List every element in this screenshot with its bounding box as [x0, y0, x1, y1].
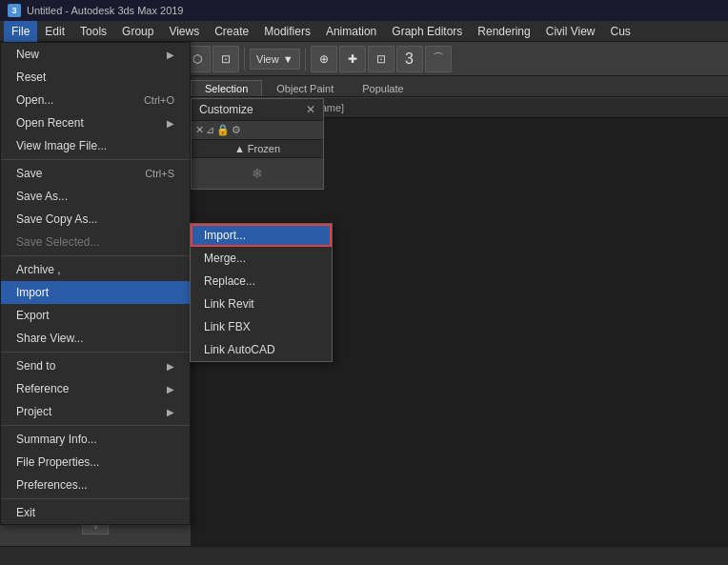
- customize-close-btn[interactable]: ✕: [195, 124, 204, 136]
- import-submenu: Import... Merge... Replace... Link Revit…: [190, 223, 333, 362]
- file-menu-exit-label: Exit: [16, 506, 35, 519]
- file-menu-save-copy-as-label: Save Copy As...: [16, 212, 97, 226]
- title-bar: 3 Untitled - Autodesk 3ds Max 2019: [0, 0, 728, 21]
- tab-selection[interactable]: Selection: [191, 80, 262, 96]
- import-submenu-link-revit[interactable]: Link Revit: [191, 293, 332, 315]
- tab-populate[interactable]: Populate: [348, 80, 417, 96]
- toolbar-scale2-btn[interactable]: ⊡: [212, 46, 239, 72]
- import-submenu-link-revit-label: Link Revit: [204, 297, 254, 311]
- file-menu: New ▶ Reset Open... Ctrl+O Open Recent ▶…: [0, 42, 191, 525]
- file-menu-open-label: Open...: [16, 93, 53, 107]
- window-title: Untitled - Autodesk 3ds Max 2019: [27, 5, 183, 16]
- menu-item-views[interactable]: Views: [161, 21, 207, 42]
- file-menu-sep-3: [1, 352, 190, 353]
- toolbar-sep-3: [305, 48, 306, 71]
- file-menu-sep-5: [1, 498, 190, 499]
- file-menu-send-to[interactable]: Send to ▶: [1, 354, 190, 377]
- menu-item-edit[interactable]: Edit: [37, 21, 72, 42]
- customize-title-label: Customize: [199, 103, 253, 116]
- file-menu-open-recent-arrow: ▶: [167, 118, 174, 129]
- toolbar-btn-6[interactable]: 3: [396, 46, 423, 72]
- file-menu-export[interactable]: Export: [1, 304, 190, 327]
- menu-item-create[interactable]: Create: [207, 21, 256, 42]
- file-menu-save-copy-as[interactable]: Save Copy As...: [1, 208, 190, 231]
- customize-filter-icon[interactable]: ⊿: [206, 124, 214, 136]
- file-menu-open-shortcut: Ctrl+O: [144, 94, 174, 106]
- customize-settings-icon[interactable]: ⚙: [232, 124, 241, 136]
- menu-item-tools[interactable]: Tools: [72, 21, 114, 42]
- file-menu-new-label: New: [16, 48, 39, 61]
- view-dropdown-arrow: ▼: [283, 53, 293, 65]
- menu-bar: File Edit Tools Group Views Create Modif…: [0, 21, 728, 42]
- file-menu-save-as[interactable]: Save As...: [1, 185, 190, 208]
- file-menu-save-shortcut: Ctrl+S: [145, 168, 174, 179]
- menu-item-graph-editors[interactable]: Graph Editors: [384, 21, 470, 42]
- file-menu-summary-info-label: Summary Info...: [16, 433, 97, 446]
- file-menu-save-selected-label: Save Selected...: [16, 235, 99, 249]
- file-menu-reference[interactable]: Reference ▶: [1, 377, 190, 400]
- file-menu-import[interactable]: Import: [1, 281, 190, 304]
- import-submenu-merge[interactable]: Merge...: [191, 247, 332, 270]
- file-menu-summary-info[interactable]: Summary Info...: [1, 428, 190, 451]
- file-menu-sep-1: [1, 159, 190, 160]
- customize-toolbar: ✕ ⊿ 🔒 ⚙: [192, 121, 323, 140]
- menu-item-rendering[interactable]: Rendering: [470, 21, 537, 42]
- status-bar: [0, 546, 728, 565]
- file-menu-open[interactable]: Open... Ctrl+O: [1, 89, 190, 111]
- import-submenu-import-label: Import...: [204, 229, 246, 242]
- toolbar-btn-5[interactable]: ⊡: [368, 46, 394, 72]
- file-menu-sep-4: [1, 425, 190, 426]
- toolbar-btn-4[interactable]: ✚: [339, 46, 366, 72]
- view-dropdown[interactable]: View ▼: [250, 49, 300, 70]
- file-menu-preferences[interactable]: Preferences...: [1, 474, 190, 496]
- menu-item-animation[interactable]: Animation: [318, 21, 384, 42]
- file-menu-new[interactable]: New ▶: [1, 43, 190, 66]
- customize-lock-icon[interactable]: 🔒: [216, 124, 230, 136]
- import-submenu-link-autocad-label: Link AutoCAD: [204, 343, 275, 356]
- file-menu-open-recent-label: Open Recent: [16, 116, 84, 130]
- import-submenu-import[interactable]: Import...: [191, 224, 332, 247]
- customize-close-icon[interactable]: ✕: [306, 103, 315, 116]
- file-menu-file-properties[interactable]: File Properties...: [1, 451, 190, 474]
- toolbar-btn-3[interactable]: ⊕: [311, 46, 337, 72]
- file-menu-reference-arrow: ▶: [167, 384, 174, 394]
- menu-item-modifiers[interactable]: Modifiers: [256, 21, 318, 42]
- file-menu-import-label: Import: [16, 286, 49, 299]
- toolbar-btn-7[interactable]: ⌒: [425, 46, 452, 72]
- import-submenu-replace-label: Replace...: [204, 274, 255, 288]
- file-menu-save[interactable]: Save Ctrl+S: [1, 162, 190, 185]
- file-menu-export-label: Export: [16, 309, 50, 322]
- file-menu-open-recent[interactable]: Open Recent ▶: [1, 111, 190, 134]
- file-menu-new-arrow: ▶: [167, 50, 174, 60]
- file-menu-view-image-file-label: View Image File...: [16, 139, 107, 152]
- menu-item-cus[interactable]: Cus: [603, 21, 638, 42]
- file-menu-project-arrow: ▶: [167, 407, 174, 417]
- menu-item-file[interactable]: File: [4, 21, 37, 42]
- file-menu-send-to-arrow: ▶: [167, 361, 174, 372]
- tab-object-paint[interactable]: Object Paint: [262, 80, 348, 96]
- file-menu-sep-2: [1, 255, 190, 256]
- file-menu-share-view[interactable]: Share View...: [1, 327, 190, 350]
- file-menu-view-image-file[interactable]: View Image File...: [1, 134, 190, 157]
- import-submenu-link-fbx[interactable]: Link FBX: [191, 315, 332, 338]
- customize-frozen-snowflake: ❄: [192, 158, 323, 189]
- import-submenu-link-autocad[interactable]: Link AutoCAD: [191, 338, 332, 361]
- file-menu-preferences-label: Preferences...: [16, 478, 88, 492]
- customize-col-frozen: ▲ Frozen: [192, 140, 323, 158]
- view-dropdown-label: View: [256, 53, 279, 65]
- import-submenu-link-fbx-label: Link FBX: [204, 320, 251, 333]
- menu-item-group[interactable]: Group: [114, 21, 161, 42]
- file-menu-exit[interactable]: Exit: [1, 501, 190, 524]
- customize-panel: Customize ✕ ✕ ⊿ 🔒 ⚙ ▲ Frozen ❄: [191, 98, 324, 190]
- file-menu-reset[interactable]: Reset: [1, 66, 190, 89]
- file-menu-archive[interactable]: Archive ,: [1, 258, 190, 281]
- file-menu-project-label: Project: [16, 405, 51, 418]
- file-menu-save-as-label: Save As...: [16, 190, 68, 203]
- import-submenu-replace[interactable]: Replace...: [191, 270, 332, 293]
- toolbar-sep-2: [244, 48, 245, 71]
- file-menu-project[interactable]: Project ▶: [1, 400, 190, 423]
- file-menu-save-selected: Save Selected...: [1, 231, 190, 253]
- file-menu-archive-label: Archive ,: [16, 263, 61, 276]
- menu-item-civil-view[interactable]: Civil View: [538, 21, 603, 42]
- file-menu-save-label: Save: [16, 167, 42, 180]
